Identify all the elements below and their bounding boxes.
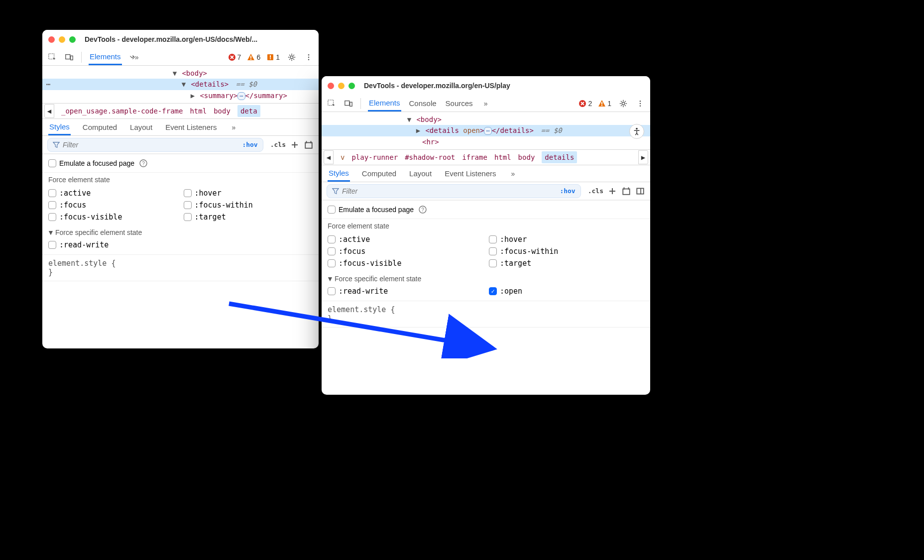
checkbox[interactable] <box>184 189 192 197</box>
breadcrumb-item[interactable]: iframe <box>462 153 487 161</box>
checkbox[interactable] <box>328 235 336 243</box>
zoom-icon[interactable] <box>69 36 76 43</box>
tab-styles[interactable]: Styles <box>48 119 71 135</box>
breadcrumb-item[interactable]: details <box>542 151 577 163</box>
checkbox[interactable] <box>48 241 56 249</box>
state-active[interactable]: :active <box>48 189 178 198</box>
collapsed-pill-icon[interactable]: ⋯ <box>237 92 245 100</box>
disclose-icon[interactable]: ▼ <box>172 68 178 79</box>
cls-toggle[interactable]: .cls <box>267 141 286 148</box>
state-focus[interactable]: :focus <box>48 201 178 210</box>
breadcrumb-item[interactable]: html <box>494 153 511 161</box>
checkbox[interactable] <box>328 247 336 255</box>
tab-elements[interactable]: Elements <box>368 96 401 112</box>
inspect-icon[interactable] <box>47 52 57 62</box>
breadcrumb-prev-icon[interactable]: ◀ <box>324 150 334 164</box>
breadcrumb-next-icon[interactable]: ▶ <box>638 150 648 164</box>
more-tabs-icon[interactable]: » <box>229 122 239 132</box>
checkbox[interactable] <box>489 247 497 255</box>
breadcrumb-item[interactable]: deta <box>237 105 260 117</box>
kebab-icon[interactable] <box>635 99 645 109</box>
device-toggle-icon[interactable] <box>64 52 74 62</box>
disclose-icon[interactable]: ▼ <box>47 228 53 236</box>
tab-layout[interactable]: Layout <box>408 166 433 181</box>
help-icon[interactable]: ? <box>418 205 428 215</box>
tab-layout[interactable]: Layout <box>129 120 153 134</box>
tab-event-listeners[interactable]: Event Listeners <box>164 120 218 134</box>
breadcrumb-item[interactable]: _open_usage.sample-code-frame <box>61 107 183 115</box>
checkbox[interactable] <box>184 201 192 209</box>
accessibility-icon[interactable] <box>629 124 644 139</box>
more-tabs-icon[interactable]: » <box>481 99 491 109</box>
dom-tree[interactable]: ▼ <body> ⋯ ▼ <details> == $0 ▶ <summary>… <box>42 66 319 103</box>
state-read-write[interactable]: :read-write <box>328 287 483 296</box>
checkbox-checked[interactable] <box>489 287 497 295</box>
emulate-focused-checkbox[interactable] <box>328 206 336 214</box>
gear-icon[interactable] <box>618 99 628 109</box>
breadcrumb-item[interactable]: v <box>341 153 345 161</box>
state-focus-visible[interactable]: :focus-visible <box>48 213 178 222</box>
dom-line-body[interactable]: ▼ <body> <box>42 68 319 79</box>
issues-badge[interactable]: 1 <box>266 53 280 61</box>
close-icon[interactable] <box>328 83 334 89</box>
gear-icon[interactable] <box>287 52 297 62</box>
new-style-rule-icon[interactable] <box>290 140 300 150</box>
breadcrumb-item[interactable]: html <box>190 107 207 115</box>
zoom-icon[interactable] <box>348 83 355 89</box>
disclose-icon[interactable]: ▶ <box>415 125 421 136</box>
hov-toggle[interactable]: :hov <box>557 187 575 195</box>
close-icon[interactable] <box>48 36 55 43</box>
state-focus-visible[interactable]: :focus-visible <box>328 259 483 268</box>
state-target[interactable]: :target <box>184 213 313 222</box>
state-read-write[interactable]: :read-write <box>48 240 178 249</box>
dom-tree[interactable]: ▼ <body> ▶ <details open>⋯</details> == … <box>322 112 650 149</box>
collapsed-pill-icon[interactable]: ⋯ <box>484 127 491 135</box>
dom-line-summary[interactable]: ▶ <summary>⋯</summary> <box>42 90 319 101</box>
tab-computed[interactable]: Computed <box>82 120 118 134</box>
state-focus-within[interactable]: :focus-within <box>184 201 313 210</box>
computed-styles-icon[interactable] <box>304 140 314 150</box>
element-style-block[interactable]: element.style { } <box>42 257 319 281</box>
dom-line-details[interactable]: ⋯ ▼ <details> == $0 <box>42 79 319 90</box>
breadcrumb-item[interactable]: body <box>518 153 535 161</box>
emulate-focused-checkbox[interactable] <box>48 159 56 167</box>
tab-console[interactable]: Console <box>408 96 438 111</box>
breadcrumb-prev-icon[interactable]: ◀ <box>44 104 54 118</box>
warnings-badge[interactable]: 6 <box>247 53 260 61</box>
state-active[interactable]: :active <box>328 235 483 244</box>
help-icon[interactable]: ? <box>138 158 148 168</box>
breadcrumb-item[interactable]: #shadow-root <box>405 153 455 161</box>
state-hover[interactable]: :hover <box>489 235 644 244</box>
minimize-icon[interactable] <box>338 83 345 89</box>
breadcrumb[interactable]: ◀ v play-runner #shadow-root iframe html… <box>322 149 650 165</box>
hov-toggle[interactable]: :hov <box>239 141 257 148</box>
checkbox[interactable] <box>328 287 336 295</box>
state-target[interactable]: :target <box>489 259 644 268</box>
disclose-icon[interactable]: ▶ <box>190 90 196 101</box>
checkbox[interactable] <box>184 213 192 221</box>
checkbox[interactable] <box>489 259 497 267</box>
inspect-icon[interactable] <box>327 99 337 109</box>
minimize-icon[interactable] <box>59 36 65 43</box>
force-specific-title[interactable]: ▼ Force specific element state <box>42 226 319 238</box>
errors-badge[interactable]: 2 <box>578 100 592 108</box>
more-tabs-icon[interactable]: » <box>129 52 139 62</box>
tab-styles[interactable]: Styles <box>328 166 350 182</box>
issue-badges[interactable]: 7 6 1 <box>228 53 280 61</box>
state-hover[interactable]: :hover <box>184 189 313 198</box>
checkbox[interactable] <box>328 259 336 267</box>
breadcrumb[interactable]: ◀ _open_usage.sample-code-frame html bod… <box>42 103 319 119</box>
force-specific-title[interactable]: ▼ Force specific element state <box>322 273 650 285</box>
computed-styles-icon[interactable] <box>621 186 631 196</box>
errors-badge[interactable]: 7 <box>228 53 241 61</box>
breadcrumb-item[interactable]: play-runner <box>351 153 398 161</box>
filter-input[interactable]: Filter :hov <box>327 184 581 198</box>
disclose-icon[interactable]: ▼ <box>181 79 187 90</box>
dom-line-body[interactable]: ▼ <body> <box>322 114 650 125</box>
tab-event-listeners[interactable]: Event Listeners <box>444 166 497 181</box>
element-style-block[interactable]: element.style { } <box>322 303 650 327</box>
warnings-badge[interactable]: 1 <box>598 100 611 108</box>
dom-line-hr[interactable]: <hr> <box>322 136 650 147</box>
tab-computed[interactable]: Computed <box>361 166 397 181</box>
state-focus-within[interactable]: :focus-within <box>489 247 644 256</box>
